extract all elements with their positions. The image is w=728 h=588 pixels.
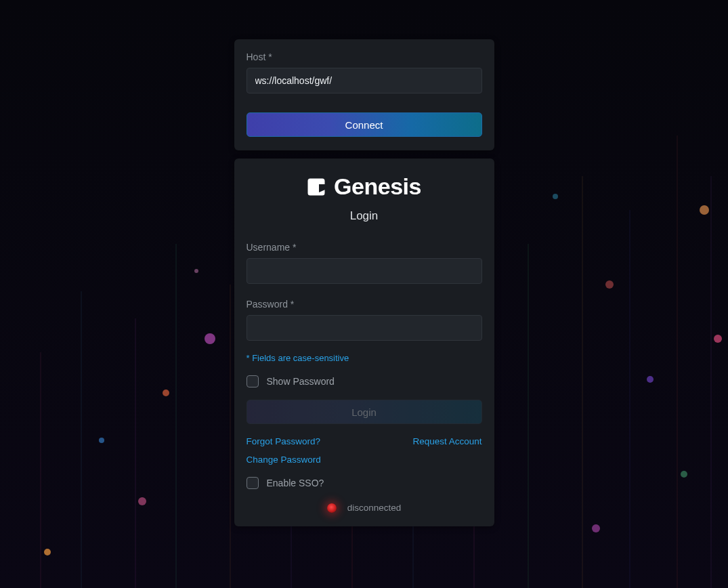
enable-sso-label: Enable SSO? bbox=[267, 478, 324, 488]
show-password-checkbox[interactable] bbox=[247, 375, 259, 387]
request-account-link[interactable]: Request Account bbox=[412, 436, 481, 446]
password-input[interactable] bbox=[247, 315, 482, 341]
login-button[interactable]: Login bbox=[247, 400, 482, 424]
status-text: disconnected bbox=[347, 503, 402, 513]
host-input[interactable] bbox=[247, 68, 482, 93]
username-label: Username * bbox=[247, 242, 482, 253]
connect-button[interactable]: Connect bbox=[247, 112, 482, 137]
forgot-password-link[interactable]: Forgot Password? bbox=[247, 436, 321, 446]
genesis-logo-icon bbox=[307, 177, 326, 196]
brand: Genesis bbox=[247, 173, 482, 200]
password-label: Password * bbox=[247, 299, 482, 310]
brand-name: Genesis bbox=[334, 173, 421, 200]
enable-sso-checkbox[interactable] bbox=[247, 477, 259, 489]
change-password-link[interactable]: Change Password bbox=[247, 455, 321, 465]
login-panel: Genesis Login Username * Password * * Fi… bbox=[234, 159, 494, 526]
login-title: Login bbox=[247, 209, 482, 223]
username-input[interactable] bbox=[247, 258, 482, 284]
host-label: Host * bbox=[247, 51, 482, 62]
connect-panel: Host * Connect bbox=[234, 39, 494, 150]
status-indicator-icon bbox=[327, 503, 337, 513]
case-sensitive-note: * Fields are case-sensitive bbox=[247, 353, 482, 363]
show-password-label: Show Password bbox=[267, 376, 335, 387]
